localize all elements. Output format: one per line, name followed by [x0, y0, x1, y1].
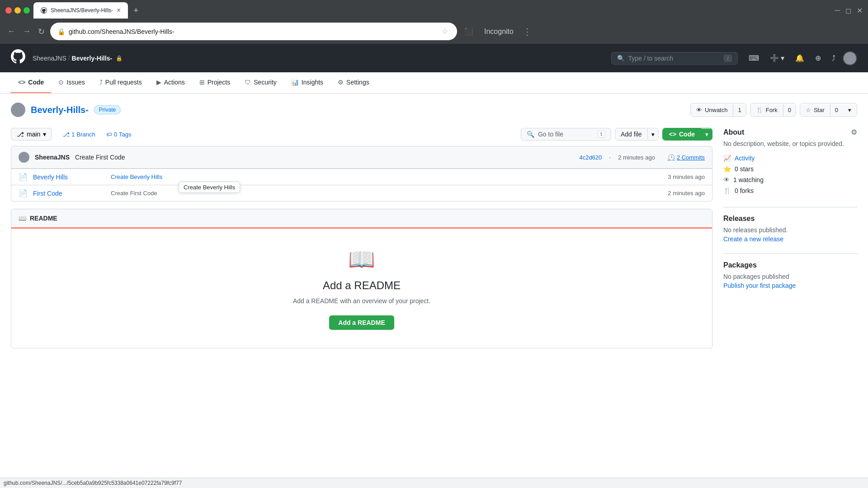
fork-button[interactable]: 🍴 Fork [750, 104, 783, 116]
code-button-group: <> Code ▾ [662, 128, 712, 141]
commit-hash-anchor[interactable]: 4c2d620 [579, 154, 602, 161]
commit-count-link[interactable]: 🕐 2 Commits [668, 154, 705, 161]
tab-issues-label: Issues [66, 79, 85, 86]
incognito-label: Incognito [484, 28, 514, 36]
global-search[interactable]: 🔍 Type / to search / [611, 52, 738, 65]
tab-projects-label: Projects [208, 79, 231, 86]
star-dropdown-button[interactable]: ▾ [843, 104, 857, 116]
tab-insights[interactable]: 📊 Insights [284, 72, 330, 93]
minimize-window-button[interactable] [14, 7, 21, 14]
new-tab-button[interactable]: + [130, 4, 142, 17]
github-logo[interactable] [11, 49, 25, 67]
commits-count: 2 Commits [677, 154, 705, 161]
readme-book-icon: 📖 [19, 215, 26, 222]
nav-icons: ⌨ ➕ ▾ 🔔 ⊕ ⤴ [745, 51, 857, 66]
issues-button[interactable]: ⊕ [811, 52, 825, 64]
repo-sidebar: About ⚙ No description, website, or topi… [723, 122, 857, 348]
publish-package-link[interactable]: Publish your first package [723, 282, 857, 289]
extensions-button[interactable]: ⬛ [461, 25, 477, 38]
tab-pull-requests[interactable]: ⤴ Pull requests [92, 72, 149, 93]
minimize-chrome-button[interactable]: ─ [835, 6, 840, 15]
fork-button-group: 🍴 Fork 0 [750, 103, 796, 117]
tab-code[interactable]: <> Code [11, 72, 51, 93]
tab-issues[interactable]: ⊙ Issues [51, 72, 92, 93]
maximize-window-button[interactable] [24, 7, 30, 14]
tab-title: SheenaJNS/Beverly-Hills- [51, 7, 113, 14]
forks-count: 0 forks [735, 187, 754, 194]
address-bar[interactable]: 🔒 github.com/SheenaJNS/Beverly-Hills- ☆ [50, 23, 457, 40]
unwatch-button[interactable]: 👁 Unwatch [691, 104, 733, 116]
file-commit-message: Create Beverly Hills [111, 174, 662, 180]
close-window-button[interactable] [5, 7, 12, 14]
code-dropdown-button[interactable]: ▾ [701, 129, 712, 140]
about-settings-button[interactable]: ⚙ [851, 128, 857, 136]
about-description: No description, website, or topics provi… [723, 140, 857, 147]
packages-section: Packages No packages published Publish y… [723, 261, 857, 289]
about-label: About [723, 128, 744, 136]
fork-count[interactable]: 0 [783, 104, 796, 116]
commit-author-avatar [19, 152, 29, 163]
sidebar-divider-1 [723, 207, 857, 207]
branch-selector-button[interactable]: ⎇ main ▾ [11, 128, 52, 141]
create-release-link[interactable]: Create a new release [723, 235, 857, 243]
forward-button[interactable]: → [21, 25, 33, 38]
file-name-link[interactable]: First Code [33, 190, 105, 197]
tab-security[interactable]: 🛡 Security [237, 72, 284, 93]
tab-settings[interactable]: ⚙ Settings [330, 72, 377, 93]
user-avatar-button[interactable] [843, 51, 857, 66]
branch-count: 1 [71, 131, 75, 138]
star-count[interactable]: 0 [830, 104, 843, 116]
close-tab-button[interactable]: × [117, 6, 121, 14]
github-nav: SheenaJNS / Beverly-Hills- 🔒 🔍 Type / to… [0, 44, 868, 72]
readme-add-description: Add a README with an overview of your pr… [29, 297, 694, 305]
add-readme-button[interactable]: Add a README [329, 315, 394, 330]
browser-menu-button[interactable]: ⋮ [521, 24, 533, 39]
restore-chrome-button[interactable]: ◻ [845, 6, 851, 15]
pull-requests-button[interactable]: ⤴ [828, 52, 839, 64]
breadcrumb-repo[interactable]: Beverly-Hills- [72, 55, 112, 62]
file-name-link[interactable]: Beverly Hills [33, 174, 105, 181]
back-button[interactable]: ← [5, 25, 17, 38]
activity-link[interactable]: Activity [735, 155, 755, 162]
security-tab-icon: 🛡 [245, 79, 251, 86]
browser-toolbar-right: ⬛ Incognito ⋮ [461, 24, 533, 39]
code-button[interactable]: <> Code [663, 128, 701, 140]
watching-icon: 👁 [723, 176, 730, 183]
ssl-lock-icon: 🔒 [57, 28, 65, 35]
repo-name-link[interactable]: Beverly-Hills- [31, 105, 89, 115]
refresh-button[interactable]: ↻ [36, 25, 47, 38]
tab-actions[interactable]: ▶ Actions [149, 72, 192, 93]
breadcrumb-user[interactable]: SheenaJNS [33, 55, 66, 62]
tab-insights-label: Insights [302, 79, 323, 86]
active-tab[interactable]: SheenaJNS/Beverly-Hills- × [33, 2, 128, 19]
readme-add-title: Add a README [29, 279, 694, 292]
tags-link[interactable]: 🏷 0 Tags [103, 129, 135, 140]
close-chrome-button[interactable]: ✕ [857, 6, 863, 15]
star-button[interactable]: ☆ Star [800, 104, 830, 116]
file-commit-link[interactable]: Create Beverly Hills [111, 174, 162, 180]
branch-meta: ⎇ 1 Branch 🏷 0 Tags [59, 129, 135, 140]
branches-link[interactable]: ⎇ 1 Branch [59, 129, 99, 140]
file-time: 2 minutes ago [668, 190, 705, 197]
repo-header: Beverly-Hills- Private 👁 Unwatch 1 🍴 For… [0, 94, 868, 122]
add-file-dropdown-button[interactable]: ▾ [647, 129, 658, 140]
activity-icon: 📈 [723, 155, 731, 162]
readme-body: 📖 Add a README Add a README with an over… [11, 229, 712, 348]
notifications-bell-button[interactable]: 🔔 [792, 52, 808, 64]
bookmark-button[interactable]: ☆ [440, 25, 450, 38]
tags-label: Tags [119, 131, 131, 138]
add-file-button[interactable]: Add file [615, 128, 647, 140]
go-to-file-button[interactable]: 🔍 Go to file t [521, 128, 611, 141]
commit-author-name[interactable]: SheenaJNS [35, 154, 70, 161]
url-text: github.com/SheenaJNS/Beverly-Hills- [69, 28, 174, 35]
commit-row: SheenaJNS Create First Code 4c2d620 · 2 … [11, 146, 712, 169]
create-button[interactable]: ➕ ▾ [766, 52, 788, 64]
commit-message: Create First Code [75, 154, 125, 161]
unwatch-count[interactable]: 1 [733, 104, 745, 116]
profile-button[interactable]: Incognito [481, 26, 517, 38]
terminal-button[interactable]: ⌨ [745, 52, 763, 64]
tab-projects[interactable]: ⊞ Projects [192, 72, 238, 93]
fork-label: Fork [766, 107, 778, 113]
table-row: 📄 Beverly Hills Create Beverly Hills 3 m… [11, 169, 712, 185]
repo-tabs: <> Code ⊙ Issues ⤴ Pull requests ▶ Actio… [0, 72, 868, 94]
